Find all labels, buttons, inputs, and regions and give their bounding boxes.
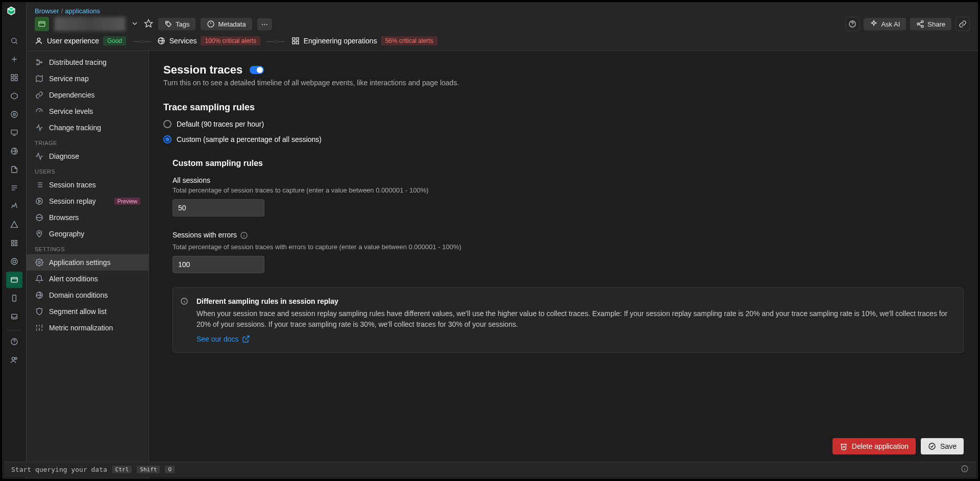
sessions-errors-input[interactable] [173,256,264,273]
rail-workloads-icon[interactable] [6,253,22,270]
rail-monitor-icon[interactable] [6,125,22,141]
rail-browser-icon[interactable] [6,143,22,159]
omnibar[interactable]: Start querying your data Ctrl Shift O [4,462,976,477]
svg-point-53 [37,60,38,61]
docs-link[interactable]: See our docs [197,335,250,343]
help-icon[interactable] [845,17,860,31]
status-ux[interactable]: User experience Good [35,36,126,45]
world-icon [35,291,44,299]
svg-point-22 [11,258,17,264]
svg-rect-19 [15,240,17,243]
status-eng[interactable]: Engineering operations 56% critical aler… [291,36,437,45]
sidebar-item-domain-conditions[interactable]: Domain conditions [27,287,149,303]
rail-alerts-icon[interactable] [6,217,22,233]
delete-label: Delete application [852,442,909,450]
svg-point-68 [38,232,40,233]
preview-badge: Preview [114,198,140,205]
sliders-icon [35,324,44,332]
favorite-star-icon[interactable] [144,19,153,30]
svg-line-1 [16,42,17,44]
session-traces-toggle[interactable] [250,66,264,74]
sidebar-item-application-settings[interactable]: Application settings [27,254,149,271]
ask-ai-label: Ask AI [881,20,900,28]
globe-icon [35,213,44,222]
session-traces-title: Session traces [163,63,242,77]
rail-add-icon[interactable] [6,51,22,67]
sidebar-item-label: Service levels [49,107,93,115]
sidebar: Distributed tracing Service map Dependen… [27,51,149,479]
svg-rect-18 [11,240,13,243]
sidebar-item-change-tracking[interactable]: Change tracking [27,119,149,136]
radio-default-label: Default (90 traces per hour) [177,120,264,128]
sidebar-item-distributed-tracing[interactable]: Distributed tracing [27,54,149,70]
sidebar-item-service-levels[interactable]: Service levels [27,103,149,119]
rail-query-icon[interactable] [6,106,22,123]
main-panel: Session traces Turn this on to see a det… [149,51,978,479]
sidebar-group-users: USERS [27,164,149,177]
rail-inbox-icon[interactable] [6,308,22,325]
sidebar-item-diagnose[interactable]: Diagnose [27,148,149,164]
rail-mobile-icon[interactable] [6,290,22,306]
shield-icon [35,307,44,316]
status-row: User experience Good —○— Services 100% c… [35,31,970,51]
custom-rules-heading: Custom sampling rules [173,159,964,168]
sidebar-item-geography[interactable]: Geography [27,226,149,242]
sidebar-item-session-replay[interactable]: Session replayPreview [27,193,149,209]
save-button[interactable]: Save [921,438,964,454]
app-name-redacted [54,17,126,31]
sidebar-item-label: Diagnose [49,152,79,160]
sidebar-item-segment-allow-list[interactable]: Segment allow list [27,303,149,320]
rail-apps-icon[interactable] [6,235,22,251]
metadata-button[interactable]: Metadata [201,18,252,30]
rail-search-icon[interactable] [6,33,22,49]
rail-users-icon[interactable] [6,352,22,368]
sidebar-item-label: Browsers [49,213,79,222]
ask-ai-button[interactable]: Ask AI [864,18,906,30]
rail-entities-icon[interactable] [6,88,22,104]
svg-rect-5 [15,75,17,77]
sessions-errors-desc: Total percentage of session traces with … [173,243,964,251]
field-all-sessions: All sessions Total percentage of session… [173,176,964,217]
all-sessions-label: All sessions [173,176,964,184]
mappin-icon [35,230,44,238]
breadcrumb-leaf[interactable]: applications [65,7,100,15]
sidebar-item-dependencies[interactable]: Dependencies [27,87,149,103]
svg-rect-20 [11,244,13,246]
sidebar-item-session-traces[interactable]: Session traces [27,177,149,193]
sidebar-item-browsers[interactable]: Browsers [27,209,149,226]
omnibar-info-icon[interactable] [961,465,969,474]
copy-link-icon[interactable] [955,17,970,31]
app-switcher-chevron-icon[interactable] [131,19,139,29]
rail-browser-active-icon[interactable] [6,272,22,288]
info-icon[interactable] [240,231,248,241]
delete-application-button[interactable]: Delete application [832,438,916,454]
share-button[interactable]: Share [910,18,951,30]
tags-button[interactable]: Tags [158,18,195,30]
rail-doc-icon[interactable] [6,161,22,178]
svg-rect-51 [296,41,299,44]
status-ux-badge: Good [103,36,126,45]
status-ux-label: User experience [47,37,99,45]
nr-logo[interactable] [6,6,22,22]
breadcrumb-sep: / [61,7,63,15]
rail-trace-icon[interactable] [6,198,22,214]
rail-help-icon[interactable] [6,333,22,350]
rail-dashboard-icon[interactable] [6,69,22,86]
sessions-errors-label: Sessions with errors [173,231,237,239]
breadcrumb-root[interactable]: Browser [35,7,59,15]
sidebar-item-label: Application settings [49,258,111,267]
svg-marker-34 [145,19,153,27]
radio-default[interactable]: Default (90 traces per hour) [163,120,964,128]
svg-rect-52 [292,41,295,44]
sidebar-item-metric-normalization[interactable]: Metric normalization [27,320,149,336]
all-sessions-input[interactable] [173,199,264,217]
rail-logs-icon[interactable] [6,180,22,196]
sidebar-item-service-map[interactable]: Service map [27,70,149,87]
radio-icon [163,120,172,128]
status-services[interactable]: Services 100% critical alerts [157,36,260,45]
more-menu-icon[interactable]: ⋯ [257,18,272,30]
sidebar-item-alert-conditions[interactable]: Alert conditions [27,271,149,287]
svg-rect-21 [15,244,17,246]
tree-icon [35,58,44,66]
radio-custom[interactable]: Custom (sample a percentage of all sessi… [163,135,964,143]
